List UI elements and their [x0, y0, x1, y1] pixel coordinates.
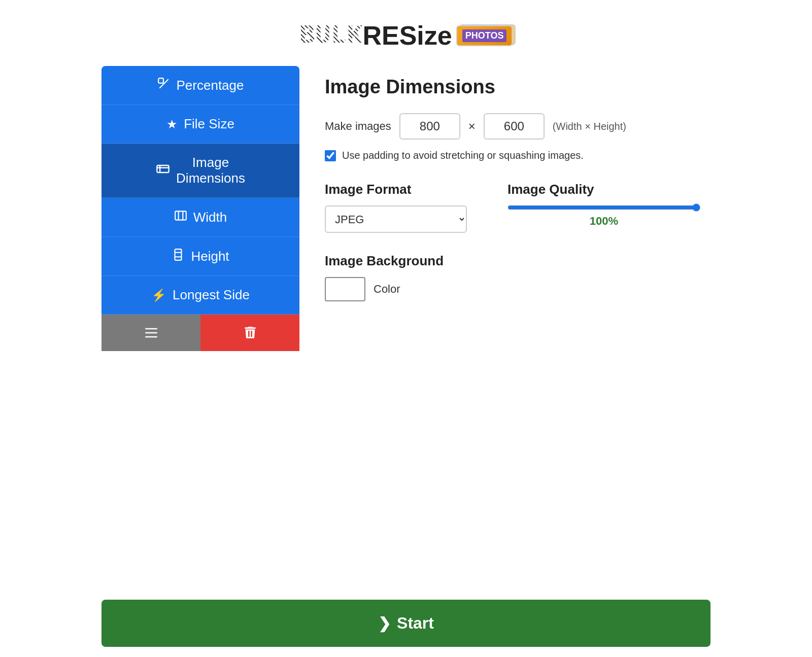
- sidebar-item-height-label: Height: [191, 249, 229, 264]
- quality-value: 100%: [590, 215, 618, 228]
- quality-section: Image Quality 100%: [507, 182, 700, 228]
- delete-button[interactable]: [200, 315, 299, 351]
- format-section: Image Format JPEG PNG GIF WebP BMP: [325, 182, 467, 233]
- sidebar-item-file-size[interactable]: ★ File Size: [101, 105, 299, 144]
- start-bar[interactable]: ❯ Start: [101, 600, 710, 647]
- start-label: ❯ Start: [378, 614, 434, 633]
- format-quality-row: Image Format JPEG PNG GIF WebP BMP Image…: [325, 182, 700, 233]
- width-icon: [174, 209, 187, 225]
- start-chevron-icon: ❯: [378, 614, 391, 632]
- quality-slider[interactable]: [507, 205, 700, 210]
- svg-rect-1: [157, 165, 168, 172]
- sidebar-container: Percentage ★ File Size ImageDimensions: [101, 66, 299, 351]
- height-icon: [172, 248, 185, 264]
- format-select[interactable]: JPEG PNG GIF WebP BMP: [325, 205, 467, 233]
- sidebar-item-width-label: Width: [193, 210, 227, 225]
- start-text: Start: [397, 614, 434, 633]
- dim-x-separator: ×: [468, 119, 476, 133]
- logo-photos: PHOTOS: [456, 25, 513, 46]
- sidebar-item-file-size-label: File Size: [184, 116, 234, 132]
- percentage-icon: [157, 77, 171, 93]
- background-section: Image Background Color: [325, 253, 700, 301]
- svg-rect-8: [175, 249, 182, 260]
- quality-slider-container: 100%: [507, 205, 700, 228]
- svg-rect-13: [145, 336, 157, 338]
- sidebar-item-image-dimensions-label: ImageDimensions: [176, 155, 245, 186]
- sidebar-item-longest-side[interactable]: ⚡ Longest Side: [101, 276, 299, 315]
- padding-checkbox[interactable]: [325, 150, 336, 161]
- logo-bulk: BULK: [299, 21, 363, 51]
- background-title: Image Background: [325, 253, 700, 269]
- sidebar-buttons: [101, 315, 299, 351]
- page-title: Image Dimensions: [325, 76, 700, 98]
- quality-title: Image Quality: [507, 182, 700, 197]
- svg-rect-0: [158, 78, 163, 83]
- svg-rect-12: [145, 332, 157, 334]
- width-input[interactable]: [399, 113, 460, 140]
- padding-label[interactable]: Use padding to avoid stretching or squas…: [342, 150, 584, 161]
- dim-hint: (Width × Height): [553, 121, 626, 132]
- color-label: Color: [374, 283, 400, 296]
- longest-side-icon: ⚡: [151, 288, 166, 302]
- sidebar-item-percentage-label: Percentage: [177, 78, 244, 93]
- logo-photos-text: PHOTOS: [462, 29, 507, 42]
- sidebar: Percentage ★ File Size ImageDimensions: [101, 66, 299, 315]
- format-title: Image Format: [325, 182, 467, 197]
- color-picker-box[interactable]: [325, 277, 365, 301]
- logo-resize: RESize: [362, 20, 452, 51]
- svg-rect-5: [175, 211, 186, 220]
- padding-row: Use padding to avoid stretching or squas…: [325, 150, 700, 161]
- sidebar-item-image-dimensions[interactable]: ImageDimensions: [101, 144, 299, 198]
- sidebar-item-width[interactable]: Width: [101, 198, 299, 237]
- sidebar-item-height[interactable]: Height: [101, 237, 299, 276]
- svg-rect-11: [145, 328, 157, 330]
- sidebar-item-percentage[interactable]: Percentage: [101, 66, 299, 105]
- header: BULK RESize PHOTOS: [299, 20, 513, 51]
- image-dimensions-icon: [156, 162, 170, 179]
- color-row: Color: [325, 277, 700, 301]
- main-content: Percentage ★ File Size ImageDimensions: [101, 66, 710, 579]
- list-button[interactable]: [101, 315, 200, 351]
- dimensions-row: Make images × (Width × Height): [325, 113, 700, 140]
- right-panel: Image Dimensions Make images × (Width × …: [299, 66, 726, 312]
- make-images-label: Make images: [325, 120, 391, 133]
- height-input[interactable]: [484, 113, 545, 140]
- file-size-icon: ★: [166, 117, 178, 131]
- sidebar-item-longest-side-label: Longest Side: [173, 287, 250, 303]
